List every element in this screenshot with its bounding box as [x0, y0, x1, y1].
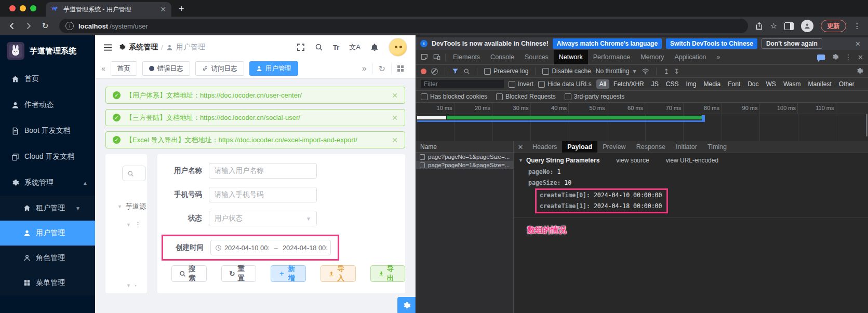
devtools-close-icon[interactable]: ✕	[858, 53, 863, 61]
sidebar-item-author[interactable]: 作者动态	[0, 92, 95, 118]
tags-scroll-left-icon[interactable]: «	[101, 64, 105, 73]
network-search-icon[interactable]	[463, 68, 470, 75]
filter-manifest[interactable]: Manifest	[805, 79, 834, 89]
tree-node-root[interactable]: ▼ 芋道源	[105, 202, 147, 211]
filter-input[interactable]: Filter	[421, 80, 504, 88]
dept-search-input[interactable]	[122, 166, 146, 181]
tab-response[interactable]: Response	[631, 141, 671, 153]
caret-down-icon[interactable]: ▼	[126, 283, 131, 288]
tab-sources[interactable]: Sources	[519, 50, 554, 64]
theme-settings-button[interactable]	[397, 297, 416, 313]
match-language-button[interactable]: Always match Chrome's language	[553, 38, 662, 49]
bookmark-star-icon[interactable]: ☆	[770, 21, 777, 31]
app-logo-row[interactable]: 芋道管理系统	[0, 35, 95, 66]
request-row-selected[interactable]: page?pageNo=1&pageSize=...	[416, 161, 513, 169]
tab-headers[interactable]: Headers	[527, 141, 562, 153]
search-icon[interactable]	[315, 43, 323, 51]
refresh-page-icon[interactable]: ↻	[372, 63, 391, 74]
new-tab-button[interactable]: +	[179, 2, 184, 16]
device-toolbar-icon[interactable]	[431, 50, 443, 64]
macos-traffic-lights[interactable]	[9, 5, 36, 11]
filter-all[interactable]: All	[596, 79, 609, 89]
alert-close-icon[interactable]: ✕	[392, 114, 398, 122]
export-button[interactable]: 导出	[370, 265, 405, 282]
breadcrumb-system[interactable]: 系统管理	[129, 43, 158, 52]
tab-timing[interactable]: Timing	[702, 141, 732, 153]
view-source-link[interactable]: view source	[616, 157, 649, 164]
layout-grid-icon[interactable]	[391, 63, 409, 74]
network-settings-icon[interactable]	[856, 67, 863, 75]
status-select[interactable]: 用户状态▼	[209, 211, 317, 226]
tab-console[interactable]: Console	[485, 50, 519, 64]
invert-checkbox[interactable]: Invert	[509, 80, 533, 88]
alert-close-icon[interactable]: ✕	[392, 136, 398, 144]
sidebar-item-cloud-docs[interactable]: Cloud 开发文档	[0, 144, 95, 170]
tab-preview[interactable]: Preview	[597, 141, 631, 153]
font-size-icon[interactable]: Tr	[333, 44, 339, 51]
fullscreen-icon[interactable]	[297, 43, 305, 51]
reset-button[interactable]: ↻ 重置	[221, 265, 256, 282]
tab-performance[interactable]: Performance	[588, 50, 636, 64]
sidebar-item-tenant[interactable]: 租户管理▼	[0, 196, 95, 221]
tag-user-management[interactable]: 用户管理	[249, 61, 298, 76]
browser-profile-avatar[interactable]	[801, 20, 813, 32]
createtime-range-picker[interactable]: 2024-04-10 00: – 2024-04-18 00:	[210, 240, 331, 255]
tag-error-log[interactable]: 错误日志	[142, 61, 190, 76]
blocked-cookies-checkbox[interactable]: Has blocked cookies	[421, 93, 487, 100]
tab-initiator[interactable]: Initiator	[671, 141, 702, 153]
maximize-window-button[interactable]	[30, 5, 36, 11]
import-button[interactable]: 导入	[321, 265, 355, 282]
network-overview[interactable]	[416, 114, 868, 144]
filter-js[interactable]: JS	[648, 79, 662, 89]
tags-scroll-right-icon[interactable]: »	[356, 63, 372, 74]
request-row[interactable]: page?pageNo=1&pageSize=...	[416, 153, 513, 161]
dont-show-again-button[interactable]: Don't show again	[762, 38, 822, 49]
alert-close-icon[interactable]: ✕	[392, 91, 398, 100]
reload-icon[interactable]: ↻	[38, 19, 52, 33]
chrome-update-button[interactable]: 更新	[821, 20, 846, 32]
browser-menu-icon[interactable]: ⋮	[853, 22, 861, 30]
side-panel-icon[interactable]	[784, 22, 794, 30]
record-icon[interactable]	[421, 69, 426, 74]
site-info-icon[interactable]: i	[65, 22, 74, 30]
view-url-encoded-link[interactable]: view URL-encoded	[666, 157, 718, 164]
filter-wasm[interactable]: Wasm	[780, 79, 804, 89]
inspect-element-icon[interactable]	[418, 50, 431, 64]
caret-down-icon[interactable]: ▼	[126, 222, 131, 227]
more-tabs-icon[interactable]: »	[712, 50, 726, 64]
blocked-requests-checkbox[interactable]: Blocked Requests	[496, 93, 556, 100]
breadcrumb-user[interactable]: 用户管理	[176, 43, 205, 52]
issues-badge[interactable]: 1	[817, 54, 826, 60]
filter-fetch-xhr[interactable]: Fetch/XHR	[610, 79, 647, 89]
tree-node-child[interactable]: ▼ ⋮	[105, 221, 147, 228]
sidebar-item-user[interactable]: 用户管理	[0, 221, 95, 246]
minimize-window-button[interactable]	[20, 5, 26, 11]
devtools-menu-icon[interactable]: ⋮	[845, 53, 852, 61]
user-avatar[interactable]	[389, 38, 407, 57]
throttling-select[interactable]: No throttling▼	[596, 67, 637, 75]
tab-payload[interactable]: Payload	[562, 141, 597, 153]
sidebar-item-home[interactable]: 首页	[0, 66, 95, 92]
filter-img[interactable]: Img	[683, 79, 699, 89]
filter-font[interactable]: Font	[725, 79, 743, 89]
close-window-button[interactable]	[9, 5, 16, 11]
query-params-section[interactable]: ▼ Query String Parameters	[518, 157, 599, 164]
filter-doc[interactable]: Doc	[744, 79, 762, 89]
tab-network[interactable]: Network	[554, 50, 588, 64]
details-close-icon[interactable]: ✕	[514, 143, 527, 151]
forward-icon[interactable]	[22, 19, 35, 33]
export-har-icon[interactable]: ↧	[674, 67, 679, 75]
switch-language-button[interactable]: Switch DevTools to Chinese	[666, 38, 757, 49]
clear-icon[interactable]	[431, 68, 438, 75]
third-party-checkbox[interactable]: 3rd-party requests	[565, 93, 624, 100]
name-column-header[interactable]: Name	[416, 141, 513, 153]
filter-other[interactable]: Other	[836, 79, 858, 89]
sidebar-item-system[interactable]: 系统管理▲	[0, 170, 95, 196]
browser-tab[interactable]: 芋道管理系统 - 用户管理 ✕	[46, 2, 171, 17]
devtools-settings-icon[interactable]	[832, 53, 839, 61]
filter-funnel-icon[interactable]	[452, 68, 459, 74]
search-button[interactable]: 搜索	[171, 265, 207, 282]
share-icon[interactable]	[755, 22, 763, 30]
translate-icon[interactable]: 文A	[349, 43, 360, 52]
disable-cache-checkbox[interactable]: Disable cache	[542, 67, 591, 75]
